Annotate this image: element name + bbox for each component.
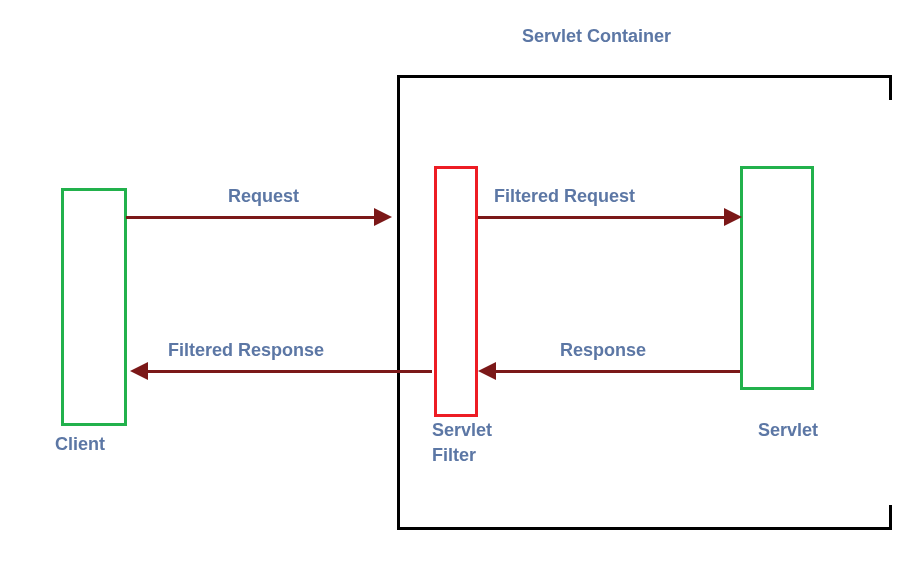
servlet-container-label: Servlet Container [522, 26, 671, 47]
container-bracket-top [397, 75, 892, 78]
filtered-response-arrow-line [142, 370, 432, 373]
servlet-box [740, 166, 814, 390]
servlet-filter-box [434, 166, 478, 417]
container-bracket-right-bottom [889, 505, 892, 530]
filtered-request-arrow-head [724, 208, 742, 226]
container-bracket-right-top [889, 75, 892, 100]
container-bracket-bottom [397, 527, 892, 530]
filtered-request-label: Filtered Request [494, 186, 635, 207]
client-label: Client [55, 434, 105, 455]
request-arrow-head [374, 208, 392, 226]
response-arrow-line [490, 370, 740, 373]
filtered-response-arrow-head [130, 362, 148, 380]
client-box [61, 188, 127, 426]
filter-label-line2: Filter [432, 445, 476, 466]
filtered-request-arrow-line [478, 216, 732, 219]
response-arrow-head [478, 362, 496, 380]
request-arrow-line [126, 216, 380, 219]
filter-label-line1: Servlet [432, 420, 492, 441]
servlet-label: Servlet [758, 420, 818, 441]
container-bracket-left [397, 75, 400, 530]
response-label: Response [560, 340, 646, 361]
request-label: Request [228, 186, 299, 207]
filtered-response-label: Filtered Response [168, 340, 324, 361]
